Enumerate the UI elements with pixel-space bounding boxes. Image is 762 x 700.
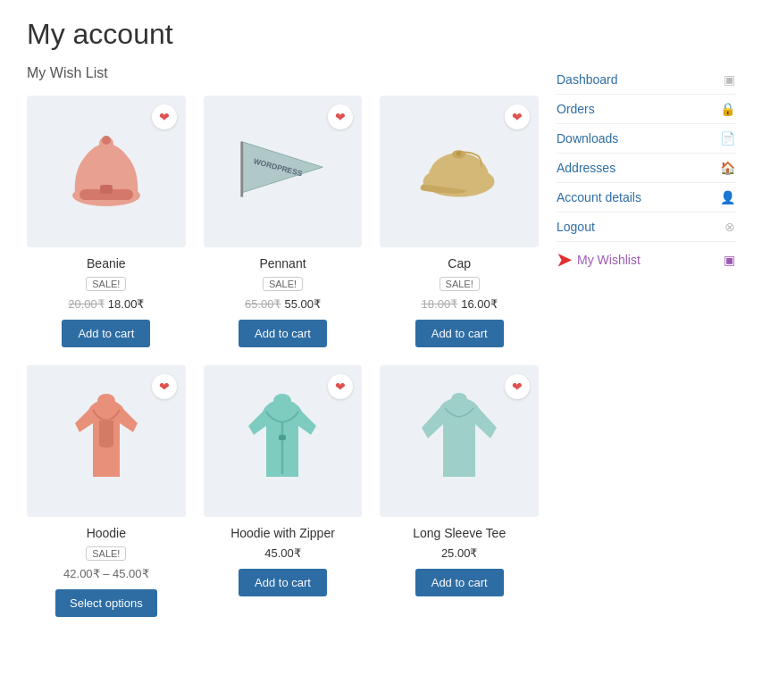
product-image: WORDPRESS xyxy=(238,122,327,221)
sidebar-item-downloads[interactable]: Downloads 📄 xyxy=(557,124,735,154)
heart-icon: ❤ xyxy=(159,110,170,124)
product-info: Hoodie SALE! 42.00₹ – 45.00₹ Select opti… xyxy=(27,526,186,617)
nav-label: Dashboard xyxy=(557,72,618,87)
select-options-button[interactable]: Select options xyxy=(55,589,157,617)
nav-label: Orders xyxy=(557,102,595,116)
wishlist-heart-cap[interactable]: ❤ xyxy=(505,104,530,129)
price-wrapper: 25.00₹ xyxy=(380,546,539,560)
price-range: 42.00₹ – 45.00₹ xyxy=(63,567,149,580)
product-info: Beanie SALE! 20.00₹18.00₹ Add to cart xyxy=(27,256,186,347)
heart-icon: ❤ xyxy=(335,110,346,124)
product-image xyxy=(238,392,327,490)
product-name: Hoodie xyxy=(27,526,186,540)
sale-badge: SALE! xyxy=(86,546,126,561)
sidebar-item-addresses[interactable]: Addresses 🏠 xyxy=(557,154,735,183)
sidebar: Dashboard ▣ Orders 🔒 Downloads 📄 Address… xyxy=(557,65,735,617)
wishlist-heart-beanie[interactable]: ❤ xyxy=(152,104,177,129)
product-card-beanie: ❤ Beanie SALE! 20.00₹18.00₹ Add to cart xyxy=(27,96,186,347)
add-to-cart-button[interactable]: Add to cart xyxy=(239,320,327,347)
add-to-cart-button[interactable]: Add to cart xyxy=(239,569,327,596)
product-image-wrapper: ❤ xyxy=(27,365,186,517)
product-card-hoodie-zipper: ❤ Hoodie with Zipper 45.00₹ Add to cart xyxy=(204,365,363,617)
heart-icon: ❤ xyxy=(335,379,346,394)
product-image-wrapper: ❤ xyxy=(204,365,363,517)
product-image-wrapper: ❤ xyxy=(380,365,539,517)
heart-icon: ❤ xyxy=(159,379,170,394)
sidebar-nav: Dashboard ▣ Orders 🔒 Downloads 📄 Address… xyxy=(557,65,735,278)
product-name: Beanie xyxy=(27,256,186,271)
sidebar-item-dashboard[interactable]: Dashboard ▣ xyxy=(557,65,735,95)
nav-icon: 📄 xyxy=(720,131,735,146)
product-image-wrapper: ❤ WORDPRESS xyxy=(204,96,363,247)
product-info: Hoodie with Zipper 45.00₹ Add to cart xyxy=(204,526,363,596)
nav-icon: 🔒 xyxy=(720,102,735,116)
product-image-wrapper: ❤ xyxy=(27,96,186,247)
wishlist-heart-long-sleeve[interactable]: ❤ xyxy=(505,374,530,399)
price-wrapper: 65.00₹55.00₹ xyxy=(204,296,363,311)
nav-label: Logout xyxy=(557,220,595,234)
old-price: 20.00₹ xyxy=(68,297,105,311)
sidebar-item-account-details[interactable]: Account details 👤 xyxy=(557,183,735,212)
old-price: 65.00₹ xyxy=(245,297,281,311)
sidebar-item-logout[interactable]: Logout ⊗ xyxy=(557,212,735,242)
sale-badge: SALE! xyxy=(86,277,126,291)
heart-icon: ❤ xyxy=(512,110,523,124)
product-info: Cap SALE! 18.00₹16.00₹ Add to cart xyxy=(380,256,539,347)
product-name: Pennant xyxy=(204,256,363,271)
add-to-cart-button[interactable]: Add to cart xyxy=(415,569,504,596)
nav-icon: ⊗ xyxy=(724,220,735,234)
product-name: Long Sleeve Tee xyxy=(380,526,539,540)
price-wrapper: 20.00₹18.00₹ xyxy=(27,296,186,311)
svg-point-10 xyxy=(456,151,462,156)
svg-point-11 xyxy=(97,394,115,408)
content-area: My Wish List ❤ Beanie SALE! 20.00₹18.00₹… xyxy=(27,65,735,617)
wishlist-heart-hoodie[interactable]: ❤ xyxy=(152,374,177,399)
product-card-pennant: ❤ WORDPRESS Pennant SALE! 65.00₹55.00₹ A… xyxy=(204,96,363,347)
product-image xyxy=(62,392,151,490)
nav-label: Account details xyxy=(557,190,641,204)
nav-label: My Wishlist xyxy=(577,253,641,267)
product-info: Pennant SALE! 65.00₹55.00₹ Add to cart xyxy=(204,256,363,347)
product-info: Long Sleeve Tee 25.00₹ Add to cart xyxy=(380,526,539,596)
wishlist-heart-pennant[interactable]: ❤ xyxy=(328,104,353,129)
nav-label: Downloads xyxy=(557,131,618,146)
product-card-hoodie: ❤ Hoodie SALE! 42.00₹ – 45.00₹ Select op… xyxy=(27,365,186,617)
main-content: My Wish List ❤ Beanie SALE! 20.00₹18.00₹… xyxy=(27,65,539,617)
add-to-cart-button[interactable]: Add to cart xyxy=(62,320,150,347)
nav-icon: 👤 xyxy=(720,190,735,204)
product-image xyxy=(414,392,504,490)
product-card-cap: ❤ Cap SALE! 18.00₹16.00₹ Add to cart xyxy=(380,96,539,347)
svg-point-4 xyxy=(102,136,111,145)
product-image xyxy=(62,122,151,221)
svg-point-15 xyxy=(451,393,467,405)
wishlist-heart-hoodie-zipper[interactable]: ❤ xyxy=(328,374,353,399)
single-price: 25.00₹ xyxy=(441,546,478,560)
wishlist-title: My Wish List xyxy=(27,65,539,81)
svg-point-13 xyxy=(273,394,291,408)
product-name: Cap xyxy=(380,256,539,271)
new-price: 18.00₹ xyxy=(108,297,145,311)
new-price: 55.00₹ xyxy=(284,297,321,311)
sale-badge: SALE! xyxy=(263,277,303,291)
sidebar-item-orders[interactable]: Orders 🔒 xyxy=(557,95,735,124)
page-wrapper: My account My Wish List ❤ Beanie SALE xyxy=(0,0,762,635)
nav-icon: ▣ xyxy=(724,72,735,87)
nav-icon: ▣ xyxy=(724,253,735,267)
add-to-cart-button[interactable]: Add to cart xyxy=(415,320,504,347)
new-price: 16.00₹ xyxy=(461,297,498,311)
product-image-wrapper: ❤ xyxy=(380,96,539,247)
page-title: My account xyxy=(27,18,735,51)
product-image xyxy=(414,122,504,221)
price-wrapper: 42.00₹ – 45.00₹ xyxy=(27,566,186,580)
product-name: Hoodie with Zipper xyxy=(204,526,363,540)
nav-icon: 🏠 xyxy=(720,161,735,175)
arrow-indicator: ➤ My Wishlist xyxy=(557,249,641,271)
product-card-long-sleeve: ❤ Long Sleeve Tee 25.00₹ Add to cart xyxy=(380,365,539,617)
sidebar-item-my-wishlist[interactable]: ➤ My Wishlist ▣ xyxy=(557,242,735,278)
products-grid: ❤ Beanie SALE! 20.00₹18.00₹ Add to cart … xyxy=(27,96,539,617)
old-price: 18.00₹ xyxy=(422,297,458,311)
svg-rect-14 xyxy=(279,435,286,440)
nav-label: Addresses xyxy=(557,161,615,175)
arrow-icon: ➤ xyxy=(557,249,572,271)
sale-badge: SALE! xyxy=(440,277,480,291)
